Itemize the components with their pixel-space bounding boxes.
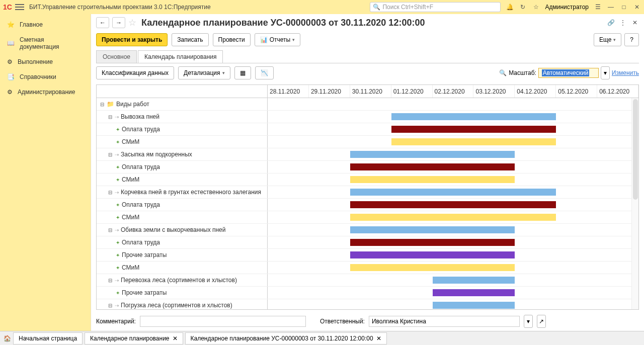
gantt-bar[interactable] xyxy=(350,226,515,233)
bottom-tab-2[interactable]: Календарное планирование УС-00000003 от … xyxy=(185,332,387,344)
more-button[interactable]: Еще xyxy=(594,33,621,46)
gantt-bar[interactable] xyxy=(433,277,515,284)
gantt-bar[interactable] xyxy=(391,113,556,120)
row-label: СМиМ xyxy=(122,214,139,221)
forward-button[interactable]: → xyxy=(112,17,125,28)
back-button[interactable]: ← xyxy=(96,17,109,28)
sidebar-item-main[interactable]: ⭐Главное xyxy=(0,17,91,32)
gantt-row[interactable]: ✦Прочие затраты xyxy=(97,287,638,299)
save-button[interactable]: Записать xyxy=(172,33,208,46)
menu-icon[interactable] xyxy=(15,4,24,10)
gantt-bar[interactable] xyxy=(433,289,515,296)
star-icon[interactable]: ☆ xyxy=(532,3,540,11)
gantt-row[interactable]: ⊟⇢Вывозка пней xyxy=(97,111,638,123)
gantt-bar[interactable] xyxy=(350,189,556,196)
gantt-row[interactable]: ✦Оплата труда xyxy=(97,199,638,211)
gantt-row[interactable]: ✦Оплата труда xyxy=(97,236,638,249)
post-button[interactable]: Провести xyxy=(213,33,251,46)
leaf-icon: ✦ xyxy=(116,139,120,145)
leaf-icon: ✦ xyxy=(116,290,120,296)
row-label: СМиМ xyxy=(122,138,139,145)
close-tab-icon[interactable]: ✕ xyxy=(376,335,381,342)
minimize-icon[interactable]: — xyxy=(607,3,615,11)
bottom-tab-home[interactable]: Начальная страница xyxy=(13,332,83,344)
tab-main[interactable]: Основное xyxy=(96,50,137,63)
home-tab-icon[interactable]: 🏠 xyxy=(3,334,11,342)
leaf-icon: ✦ xyxy=(116,215,120,220)
link-icon[interactable]: 🔗 xyxy=(607,19,615,27)
expand-icon[interactable]: ⊟ xyxy=(100,102,105,107)
gantt-row[interactable]: ⊟⇢Погрузка леса (сортиментов и хлыстов) xyxy=(97,299,638,309)
gantt-row[interactable]: ✦СМиМ xyxy=(97,136,638,148)
history-icon[interactable]: ↻ xyxy=(519,3,527,11)
gantt-bar[interactable] xyxy=(391,138,556,145)
gantt-row[interactable]: ✦Прочие затраты xyxy=(97,249,638,262)
gantt-row[interactable]: ✦СМиМ xyxy=(97,174,638,186)
folder-icon: 📁 xyxy=(107,101,114,108)
classify-button[interactable]: Классификация данных xyxy=(96,66,174,79)
gantt-bar[interactable] xyxy=(350,214,556,221)
ref-icon: 📑 xyxy=(7,73,15,80)
gantt-bar[interactable] xyxy=(350,264,515,271)
sidebar-item-ref[interactable]: 📑Справочники xyxy=(0,69,91,84)
gantt-row[interactable]: ⊟⇢Корчевка пней в грунтах естественного … xyxy=(97,186,638,199)
expand-icon[interactable]: ⊟ xyxy=(108,190,113,195)
responsible-dropdown[interactable]: ▾ xyxy=(524,315,533,328)
search-input[interactable]: 🔍 Поиск Ctrl+Shift+F xyxy=(370,2,501,12)
close-form-icon[interactable]: ✕ xyxy=(631,19,639,27)
expand-icon[interactable]: ⊟ xyxy=(108,303,113,308)
responsible-open[interactable]: ↗ xyxy=(537,315,546,328)
expand-icon[interactable]: ⊟ xyxy=(108,227,113,233)
close-icon[interactable]: ✕ xyxy=(633,3,641,11)
sidebar-item-admin[interactable]: ⚙Администрирование xyxy=(0,84,91,100)
bell-icon[interactable]: 🔔 xyxy=(506,3,514,11)
tab-calendar[interactable]: Календарь планирования xyxy=(138,50,223,63)
comment-input[interactable] xyxy=(140,316,306,327)
scale-dropdown-icon[interactable]: ▾ xyxy=(601,66,610,79)
expand-icon[interactable]: ⊟ xyxy=(108,152,113,157)
maximize-icon[interactable]: □ xyxy=(620,3,628,11)
gantt-bar[interactable] xyxy=(350,176,515,183)
post-close-button[interactable]: Провести и закрыть xyxy=(96,33,168,46)
help-button[interactable]: ? xyxy=(624,33,639,46)
gantt-bar[interactable] xyxy=(350,201,556,208)
vertical-scrollbar[interactable] xyxy=(631,98,638,309)
detail-button[interactable]: Детализация xyxy=(178,66,230,79)
gantt-bar[interactable] xyxy=(391,126,556,133)
task-icon: ⇢ xyxy=(115,227,119,233)
gantt-row[interactable]: ✦СМиМ xyxy=(97,262,638,274)
sidebar-item-estimate[interactable]: 📖Сметная документация xyxy=(0,32,91,54)
more-icon[interactable]: ⋮ xyxy=(619,19,627,27)
gantt-row[interactable]: ✦СМиМ xyxy=(97,211,638,224)
gantt-bar[interactable] xyxy=(350,151,515,158)
gantt-bar[interactable] xyxy=(350,251,515,258)
reports-button[interactable]: 📊Отчеты xyxy=(255,33,300,46)
change-link[interactable]: Изменить xyxy=(612,69,639,76)
page-title: Календарное планирование УС-00000003 от … xyxy=(141,18,425,28)
exec-icon: ⚙ xyxy=(7,58,13,65)
gantt-row[interactable]: ⊟⇢Обивка земли с выкорчеванных пней xyxy=(97,224,638,236)
gantt-row[interactable]: ⊟⇢Засыпка ям подкоренных xyxy=(97,148,638,161)
bottom-tab-1[interactable]: Календарное планирование✕ xyxy=(85,332,183,344)
settings-icon[interactable]: ☰ xyxy=(594,3,602,11)
expand-icon[interactable]: ⊟ xyxy=(108,114,113,120)
gantt-bar[interactable] xyxy=(350,163,515,170)
zoom-icon[interactable]: 🔍 xyxy=(499,69,507,77)
gantt-row[interactable]: ✦Оплата труда xyxy=(97,123,638,136)
chart-icon-button[interactable]: 📉 xyxy=(255,66,274,79)
gantt-bar[interactable] xyxy=(350,239,515,246)
user-label[interactable]: Администратор xyxy=(545,4,589,11)
grid-icon-button[interactable]: ▦ xyxy=(234,66,251,79)
gantt-row[interactable]: ✦Оплата труда xyxy=(97,161,638,174)
search-icon: 🔍 xyxy=(373,4,380,11)
responsible-input[interactable] xyxy=(369,316,520,327)
close-tab-icon[interactable]: ✕ xyxy=(173,335,178,342)
gantt-row[interactable]: ⊟⇢Перевозка леса (сортиментов и хлыстов) xyxy=(97,274,638,287)
scale-select[interactable]: Автоматический xyxy=(538,68,599,78)
row-label: Оплата труда xyxy=(122,163,160,170)
sidebar-item-exec[interactable]: ⚙Выполнение xyxy=(0,54,91,69)
gantt-bar[interactable] xyxy=(433,302,515,309)
gantt-row[interactable]: ⊟📁Виды работ xyxy=(97,98,638,111)
favorite-icon[interactable]: ☆ xyxy=(128,17,136,28)
expand-icon[interactable]: ⊟ xyxy=(108,278,113,283)
